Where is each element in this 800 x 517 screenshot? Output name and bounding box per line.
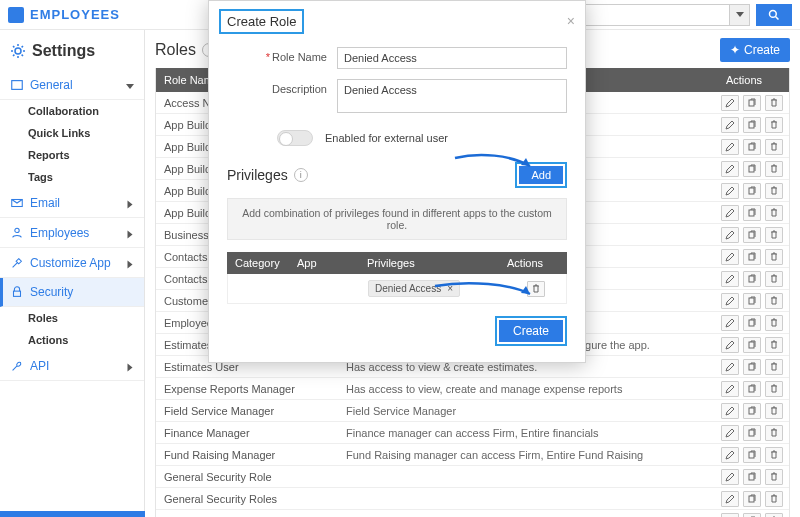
col-app: App [297,257,367,269]
chip-label: Denied Access [375,283,441,294]
priv-table-header: Category App Privileges Actions [227,252,567,274]
privileges-hint: Add combination of privileges found in d… [227,198,567,240]
delete-button[interactable] [527,281,545,297]
external-user-toggle[interactable] [277,130,313,146]
col-privileges: Privileges [367,257,507,269]
label-description: Description [227,79,337,95]
label-role-name: *Role Name [227,47,337,63]
close-icon[interactable]: × [567,13,575,29]
create-button-highlight: Create [495,316,567,346]
chip-remove-icon[interactable]: × [447,283,453,294]
privilege-chip[interactable]: Denied Access × [368,280,460,297]
label-enabled-external: Enabled for external user [325,132,448,144]
add-privilege-highlight: Add [515,162,567,188]
col-actions: Actions [507,257,567,269]
role-name-input[interactable] [337,47,567,69]
add-privilege-button[interactable]: Add [519,166,563,184]
col-category: Category [227,257,297,269]
create-button[interactable]: Create [499,320,563,342]
create-role-modal: Create Role × *Role Name Description Den… [208,0,586,363]
modal-title: Create Role [219,9,304,34]
description-input[interactable]: Denied Access [337,79,567,113]
sidebar-bottom-accent [0,511,145,517]
priv-table-row: Denied Access × [227,274,567,304]
info-icon[interactable]: i [294,168,308,182]
trash-icon [531,284,541,294]
privileges-heading: Privileges [227,167,288,183]
